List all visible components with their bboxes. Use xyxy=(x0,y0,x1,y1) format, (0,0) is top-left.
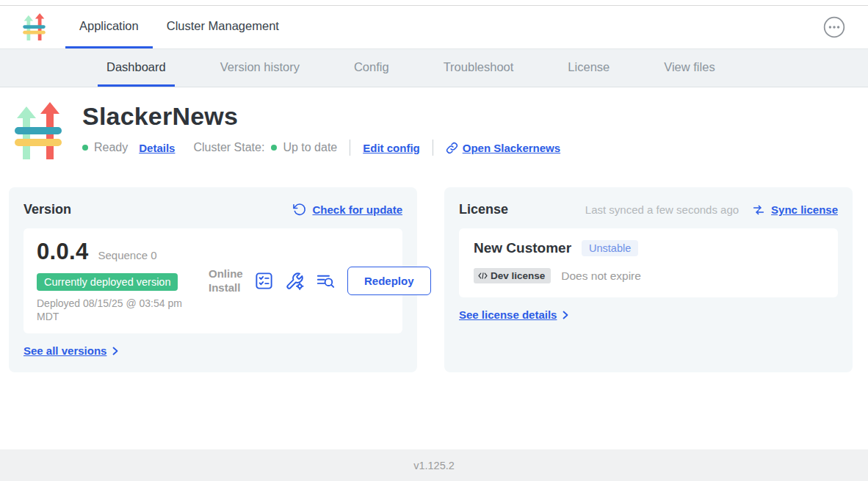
primary-navbar: Application Cluster Management xyxy=(0,6,868,49)
license-card-title: License xyxy=(459,202,508,217)
license-type-badge: Dev license xyxy=(474,268,551,283)
version-number: 0.0.4 xyxy=(37,239,88,265)
deployed-badge: Currently deployed version xyxy=(37,273,178,291)
divider xyxy=(350,140,350,156)
redeploy-button[interactable]: Redeploy xyxy=(347,267,431,295)
sync-license-link[interactable]: Sync license xyxy=(752,203,838,217)
tab-troubleshoot[interactable]: Troubleshoot xyxy=(435,49,523,87)
license-panel: New Customer Unstable Dev license Does n… xyxy=(459,228,838,297)
refresh-icon xyxy=(292,203,306,217)
console-version: v1.125.2 xyxy=(413,460,455,471)
code-icon xyxy=(477,271,488,281)
chevron-right-icon xyxy=(111,347,120,355)
check-for-update-link[interactable]: Check for update xyxy=(292,203,402,217)
deployed-timestamp: Deployed 08/15/25 @ 03:54 pm MDT xyxy=(37,297,202,323)
ellipsis-circle-icon xyxy=(822,15,846,39)
expiration-label: Does not expire xyxy=(561,270,641,283)
chevron-right-icon xyxy=(561,311,570,319)
tab-cluster-management[interactable]: Cluster Management xyxy=(153,6,293,48)
dashboard-cards: Version Check for update 0.0.4 Sequence … xyxy=(0,162,868,372)
app-header: SlackerNews Ready Details Cluster State:… xyxy=(0,87,868,162)
console-footer: v1.125.2 xyxy=(0,449,868,481)
app-status-label: Ready xyxy=(94,141,128,154)
slackernews-logo-icon[interactable] xyxy=(22,12,46,42)
details-link[interactable]: Details xyxy=(139,142,175,154)
window-top-divider xyxy=(0,0,868,6)
tab-application[interactable]: Application xyxy=(65,6,153,48)
see-all-versions-link[interactable]: See all versions xyxy=(23,344,120,357)
install-type-label: Online Install xyxy=(209,267,245,295)
app-status-dot xyxy=(82,145,88,151)
open-app-link[interactable]: Open Slackernews xyxy=(446,142,560,154)
app-status-row: Ready Details Cluster State: Up to date … xyxy=(82,140,560,156)
current-version-panel: 0.0.4 Sequence 0 Currently deployed vers… xyxy=(23,228,402,333)
primary-tabs: Application Cluster Management xyxy=(65,6,293,48)
divider xyxy=(433,140,433,156)
tab-config[interactable]: Config xyxy=(345,49,398,87)
see-license-details-link[interactable]: See license details xyxy=(459,308,570,321)
channel-badge: Unstable xyxy=(582,240,638,256)
customer-name: New Customer xyxy=(474,240,571,256)
app-icon xyxy=(15,101,62,162)
cluster-state-label: Cluster State: xyxy=(193,141,264,154)
tab-view-files[interactable]: View files xyxy=(655,49,723,87)
chain-link-icon xyxy=(446,142,458,154)
tab-license[interactable]: License xyxy=(559,49,618,87)
version-card: Version Check for update 0.0.4 Sequence … xyxy=(9,187,417,372)
tab-version-history[interactable]: Version history xyxy=(211,49,308,87)
open-app-label: Open Slackernews xyxy=(463,142,560,154)
dashboard-content: SlackerNews Ready Details Cluster State:… xyxy=(0,87,868,449)
preflight-checks-icon[interactable] xyxy=(254,271,274,291)
deploy-logs-icon[interactable] xyxy=(316,271,336,291)
license-card: License Last synced a few seconds ago Sy… xyxy=(444,187,853,372)
last-synced-label: Last synced a few seconds ago xyxy=(585,203,739,216)
version-action-icons xyxy=(254,271,336,291)
more-menu-button[interactable] xyxy=(822,15,846,39)
page-title: SlackerNews xyxy=(82,102,560,131)
cluster-state-value: Up to date xyxy=(283,141,337,154)
edit-config-link[interactable]: Edit config xyxy=(363,142,420,154)
sync-arrows-icon xyxy=(752,203,765,217)
version-card-title: Version xyxy=(23,202,71,217)
tab-dashboard[interactable]: Dashboard xyxy=(98,49,175,87)
app-subnav: Dashboard Version history Config Trouble… xyxy=(0,49,868,87)
cluster-state-dot xyxy=(271,145,277,151)
config-wrench-icon[interactable] xyxy=(285,271,305,291)
sequence-label: Sequence 0 xyxy=(98,249,156,261)
